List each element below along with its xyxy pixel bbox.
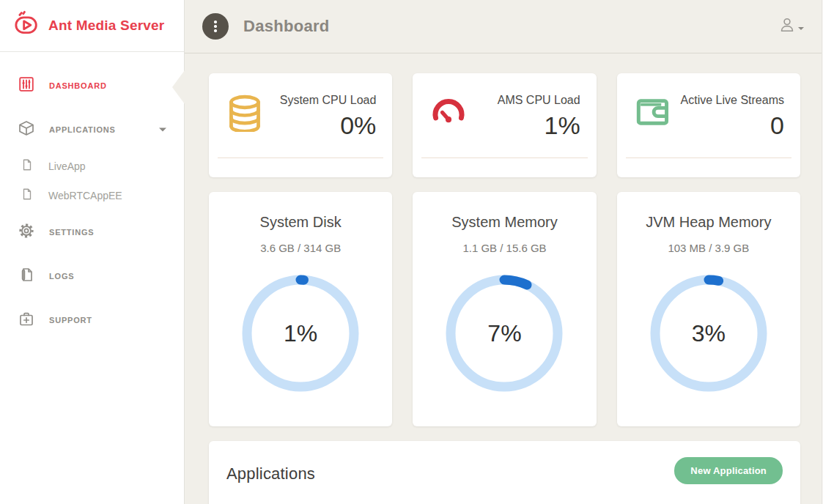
gauge-title: System Memory — [413, 214, 596, 231]
gauge-value: 1% — [240, 273, 361, 393]
stat-cards-row: System CPU Load 0% — [209, 73, 800, 177]
dashboard-content: System CPU Load 0% — [185, 53, 823, 504]
logo[interactable]: Ant Media Server — [0, 0, 184, 52]
gauge-card-system-memory: System Memory 1.1 GB / 15.6 GB 7% — [413, 192, 596, 426]
gauge-cards-row: System Disk 3.6 GB / 314 GB 1% System Me… — [209, 192, 800, 426]
sidebar-item-applications[interactable]: APPLICATIONS — [0, 112, 184, 147]
gauge-usage: 103 MB / 3.9 GB — [617, 242, 800, 254]
sidebar-item-label: SUPPORT — [49, 316, 92, 325]
database-icon — [225, 92, 265, 140]
stat-label: AMS CPU Load — [468, 92, 580, 108]
sidebar-item-label: LiveApp — [48, 160, 86, 172]
log-file-icon — [18, 266, 35, 286]
chevron-down-icon — [798, 27, 804, 30]
divider — [421, 158, 587, 158]
divider — [626, 158, 791, 158]
sidebar-item-label: DASHBOARD — [49, 81, 107, 90]
main-area: Dashboard — [185, 0, 823, 504]
box-icon — [18, 119, 35, 140]
sliders-icon — [18, 75, 35, 96]
sidebar-item-settings[interactable]: SETTINGS — [0, 215, 184, 250]
page-title: Dashboard — [243, 17, 330, 36]
sidebar-item-label: APPLICATIONS — [49, 125, 116, 134]
new-application-button[interactable]: New Application — [674, 457, 783, 484]
sidebar-item-logs[interactable]: LOGS — [0, 259, 184, 294]
first-aid-icon — [18, 310, 35, 330]
chevron-down-icon[interactable] — [159, 128, 166, 132]
stat-card-ams-cpu: AMS CPU Load 1% — [413, 73, 596, 177]
divider — [218, 158, 383, 158]
sidebar-item-support[interactable]: SUPPORT — [0, 303, 184, 338]
sidebar-nav: DASHBOARD APPLICATIONS — [0, 52, 184, 338]
gauge-title: System Disk — [209, 214, 392, 231]
gauge-ring: 1% — [240, 273, 361, 393]
sidebar-item-label: WebRTCAppEE — [48, 190, 122, 201]
sidebar-item-label: SETTINGS — [49, 228, 94, 237]
stat-value: 1% — [468, 111, 580, 140]
sidebar-item-dashboard[interactable]: DASHBOARD — [0, 68, 184, 103]
gauge-ring: 7% — [444, 273, 564, 393]
stat-card-system-cpu: System CPU Load 0% — [209, 73, 392, 177]
file-icon — [21, 158, 34, 174]
speedometer-icon — [429, 92, 468, 140]
gauge-ring: 3% — [649, 273, 769, 393]
logo-text: Ant Media Server — [48, 18, 164, 34]
stat-label: System CPU Load — [265, 92, 376, 108]
applications-section: Applications New Application — [209, 441, 800, 504]
app-window: Ant Media Server DASHBOARD — [0, 0, 823, 504]
gauge-value: 7% — [444, 273, 564, 393]
sidebar: Ant Media Server DASHBOARD — [0, 0, 185, 504]
stat-card-active-streams: Active Live Streams 0 — [617, 73, 800, 177]
header: Dashboard — [185, 0, 823, 53]
gear-icon — [18, 222, 35, 242]
user-menu[interactable] — [778, 16, 804, 37]
sidebar-item-liveapp[interactable]: LiveApp — [0, 152, 184, 181]
file-icon — [21, 188, 34, 204]
sidebar-item-label: LOGS — [49, 272, 74, 281]
gauge-card-jvm-heap: JVM Heap Memory 103 MB / 3.9 GB 3% — [617, 192, 800, 426]
user-icon — [778, 16, 796, 37]
gauge-value: 3% — [649, 273, 769, 393]
stat-label: Active Live Streams — [673, 92, 784, 108]
gauge-usage: 1.1 GB / 15.6 GB — [413, 242, 596, 254]
ant-media-logo-icon — [12, 10, 41, 42]
gauge-card-system-disk: System Disk 3.6 GB / 314 GB 1% — [209, 192, 392, 426]
applications-title: Applications — [226, 464, 315, 483]
wallet-icon — [633, 92, 673, 140]
stat-value: 0 — [673, 111, 784, 140]
gauge-usage: 3.6 GB / 314 GB — [209, 242, 392, 254]
stat-value: 0% — [265, 111, 376, 140]
kebab-menu-icon[interactable] — [202, 13, 229, 40]
sidebar-item-webrtcappee[interactable]: WebRTCAppEE — [0, 181, 184, 210]
gauge-title: JVM Heap Memory — [617, 214, 800, 231]
